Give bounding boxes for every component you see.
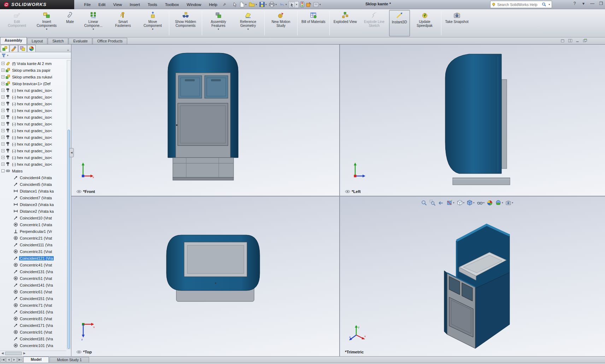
expand-icon[interactable]: + <box>1 156 5 159</box>
tree-item-label[interactable]: Concentric1 (Vrata <box>19 223 53 227</box>
tree-item-label[interactable]: Sklop umetka za rukavi <box>11 75 53 79</box>
display-style-dropdown-icon[interactable]: ▾ <box>473 201 475 204</box>
new-document-button[interactable]: ▾ <box>239 1 248 8</box>
tree-item[interactable]: Concentric61 (Vrat <box>1 288 66 295</box>
save-button[interactable]: ▾ <box>259 1 268 7</box>
tree-item-label[interactable]: Coincident111 (Vra <box>19 243 53 247</box>
tree-item-label[interactable]: Distance3 (Vrata ka <box>19 202 54 207</box>
menu-file[interactable]: File <box>81 1 94 8</box>
tree-item[interactable]: Concentric51 (Vrat <box>1 275 66 282</box>
restore-window-icon[interactable] <box>560 39 565 43</box>
view-settings-button[interactable]: ▾ <box>505 199 514 206</box>
tree-item-label[interactable]: Distance2 (Vrata ka <box>19 209 54 213</box>
menu-help[interactable]: Help <box>205 1 221 8</box>
tree-item[interactable]: +(-) hex nut gradec_iso< <box>1 134 66 141</box>
tree-item[interactable]: Coincident121 (Vra <box>1 255 66 262</box>
view-orientation-dropdown-icon[interactable]: ▾ <box>463 201 465 204</box>
tree-item-label[interactable]: Coincident131 (Vra <box>19 270 54 274</box>
tree-item[interactable]: Coincident10 (Vrat <box>1 215 66 221</box>
file-properties-button[interactable]: ▾ <box>313 1 322 7</box>
help-search-box[interactable]: ▾ <box>490 1 552 8</box>
tab-layout[interactable]: Layout <box>27 38 48 44</box>
expand-icon[interactable]: + <box>1 95 5 99</box>
dropdown-arrow-icon[interactable]: ▼ <box>152 28 154 31</box>
menu-insert[interactable]: Insert <box>126 1 143 8</box>
tree-item[interactable]: Coincident131 (Vra <box>1 268 66 275</box>
expand-icon[interactable]: + <box>1 122 5 125</box>
tree-item-label[interactable]: Coincident5 (Vrata <box>19 182 53 187</box>
exploded-view-button[interactable]: Exploded View <box>331 10 359 36</box>
last-tab-icon[interactable] <box>17 357 23 362</box>
viewport-trimetric[interactable]: yxz*Trimetric▾▾▾▾▾▾ <box>340 196 605 356</box>
panel-tab-featuremanager[interactable] <box>1 45 9 52</box>
expand-icon[interactable]: + <box>1 136 5 139</box>
viewport-horizontal-splitter[interactable] <box>71 196 605 196</box>
tree-item-label[interactable]: Coincident181 (Vra <box>19 337 54 341</box>
viewport-vertical-splitter[interactable] <box>339 45 340 356</box>
tree-item[interactable]: +Sklop bravica<1> (Def <box>1 80 66 87</box>
tree-item-label[interactable]: (-) hex nut gradec_iso< <box>11 162 53 166</box>
tree-item-label[interactable]: Mates <box>11 169 23 173</box>
hide-show-items-dropdown-icon[interactable]: ▾ <box>483 201 485 204</box>
tile-windows-icon[interactable] <box>568 39 572 43</box>
undo-dropdown-icon[interactable]: ▾ <box>285 3 288 6</box>
tree-item-label[interactable]: (-) hex nut gradec_iso< <box>11 129 53 133</box>
menu-edit[interactable]: Edit <box>95 1 109 8</box>
expand-icon[interactable]: + <box>1 149 5 152</box>
magnifier-icon[interactable] <box>542 2 546 7</box>
tree-item[interactable]: Coincident111 (Vra <box>1 241 66 248</box>
open-folder-button[interactable]: ▾ <box>248 1 258 7</box>
tree-item-label[interactable]: Concentric91 (Vrat <box>19 330 53 334</box>
tab-assembly[interactable]: Assembly <box>0 37 27 44</box>
feature-tree-filter[interactable]: ▾ <box>0 52 71 59</box>
tree-item[interactable]: Concentric31 (Vrat <box>1 248 66 255</box>
tree-item-label[interactable]: Coincident141 (Vra <box>19 283 54 287</box>
rebuild-traffic-light-button[interactable] <box>299 1 305 8</box>
tree-item[interactable]: Coincident7 (Vrata <box>1 194 66 201</box>
tree-item[interactable]: Concentric101 (Vra <box>1 342 66 349</box>
new-motion-study-button[interactable]: New Motion Study <box>266 10 296 36</box>
dropdown-arrow-icon[interactable]: ▼ <box>217 28 220 31</box>
tree-item-label[interactable]: Sklop umetka za papir <box>11 68 51 72</box>
mate-button[interactable]: Mate <box>61 10 78 36</box>
tree-item[interactable]: Coincident5 (Vrata <box>1 181 66 188</box>
previous-view-button[interactable] <box>437 199 445 206</box>
section-view-button[interactable]: ▾ <box>446 199 455 206</box>
instant3d-button[interactable]: Instant3D <box>389 10 410 36</box>
tree-item[interactable]: +(f) Vrata kante Al 2 mm <box>1 60 66 67</box>
expand-icon[interactable]: + <box>1 129 5 132</box>
dropdown-arrow-icon[interactable]: ▼ <box>46 28 48 31</box>
expand-icon[interactable]: + <box>1 116 5 119</box>
tree-item[interactable]: +(-) hex nut gradec_iso< <box>1 114 66 121</box>
select-box-dropdown-icon[interactable]: ▾ <box>295 3 298 6</box>
tree-item[interactable]: +(-) hex nut gradec_iso< <box>1 154 66 161</box>
options-button[interactable] <box>305 1 312 8</box>
zoom-to-fit-button[interactable] <box>421 199 428 206</box>
tree-item-label[interactable]: (-) hex nut gradec_iso< <box>11 108 53 113</box>
scrollbar-thumb[interactable] <box>67 130 70 349</box>
restore-icon[interactable]: ❐ <box>598 1 604 6</box>
smart-fasteners-button[interactable]: Smart Fasteners <box>108 10 138 36</box>
tree-item[interactable]: Coincident4 (Vrata <box>1 174 66 181</box>
tree-item[interactable]: +(-) hex nut gradec_iso< <box>1 94 66 100</box>
tree-item[interactable]: Distance3 (Vrata ka <box>1 201 66 208</box>
scroll-left-icon[interactable]: ◀ <box>0 352 5 355</box>
tree-item[interactable]: Concentric1 (Vrata <box>1 221 66 228</box>
tab-evaluate[interactable]: Evaluate <box>69 38 92 44</box>
tree-item[interactable]: +(-) hex nut gradec_iso< <box>1 100 66 107</box>
tree-item-label[interactable]: (-) hex nut gradec_iso< <box>11 142 53 146</box>
tree-item[interactable]: Concentric71 (Vrat <box>1 302 66 309</box>
tree-horizontal-scrollbar[interactable]: ◀▶ <box>0 351 66 356</box>
move-component-button[interactable]: Move Component▼ <box>138 10 168 36</box>
open-folder-dropdown-icon[interactable]: ▾ <box>255 3 258 6</box>
viewport-left[interactable]: *Left <box>340 45 605 196</box>
print-dropdown-icon[interactable]: ▾ <box>275 3 277 6</box>
search-dropdown-icon[interactable]: ▾ <box>548 3 551 6</box>
tree-item-label[interactable]: (-) hex nut gradec_iso< <box>11 155 53 160</box>
tree-item-label[interactable]: Concentric61 (Vrat <box>19 290 53 294</box>
expand-icon[interactable]: + <box>1 89 5 92</box>
tree-item-label[interactable]: Coincident121 (Vra <box>19 256 54 260</box>
tree-item-label[interactable]: (-) hex nut gradec_iso< <box>11 102 53 106</box>
viewport-top[interactable]: xz*Top <box>71 196 339 356</box>
first-tab-icon[interactable] <box>0 357 6 362</box>
